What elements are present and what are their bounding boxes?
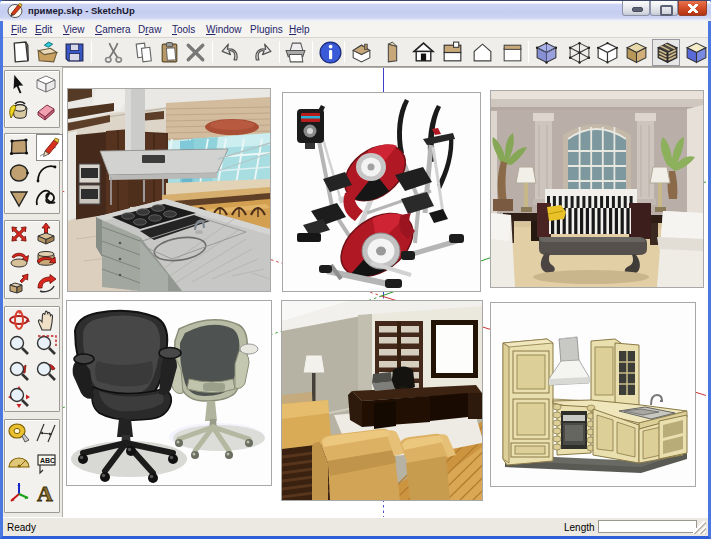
svg-text:ABC: ABC — [40, 457, 55, 464]
svg-text:A: A — [37, 481, 53, 505]
